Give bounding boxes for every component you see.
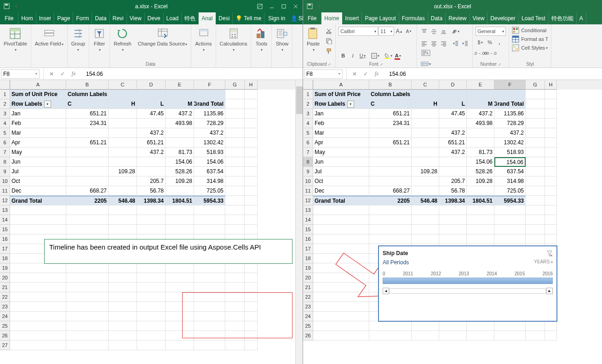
align-right-icon[interactable] [439,39,448,48]
data-cell[interactable]: 668.27 [369,186,412,196]
pivot-sum-label[interactable]: Sum of Unit Price [10,90,66,99]
row-header-3[interactable]: 3 [303,109,313,119]
cell[interactable] [194,215,225,225]
column-header-F[interactable]: F [194,80,225,90]
grand-total-label[interactable]: Grand Total [313,196,369,205]
cell[interactable] [245,263,258,273]
cell[interactable] [313,234,369,244]
accept-formula-icon[interactable]: ✓ [58,71,67,77]
column-header-B[interactable]: B [369,80,412,90]
data-cell[interactable] [66,167,109,176]
cell[interactable] [245,283,258,292]
cell[interactable] [225,215,245,225]
data-cell[interactable] [439,157,467,167]
cell[interactable] [245,176,258,186]
data-cell[interactable] [467,128,494,138]
data-cell[interactable]: 47.45 [439,109,467,119]
select-all-corner[interactable] [0,80,10,90]
data-cell[interactable]: 154.06 [194,157,225,167]
font-size-combo[interactable]: 11▾ [378,27,394,36]
cell[interactable] [245,90,258,99]
cell[interactable] [467,205,494,215]
tab-review[interactable]: Review [446,12,470,24]
tab-developer[interactable]: Developer [487,12,519,24]
cell[interactable] [245,225,258,234]
tab-a[interactable]: A [577,12,586,24]
calculations-button[interactable]: Calculations [218,26,249,53]
cell[interactable] [109,321,137,331]
row-header-24[interactable]: 24 [303,312,313,321]
cell[interactable] [545,148,557,157]
qat-customize-icon[interactable] [12,3,19,10]
grand-total-val[interactable]: 1804.51 [166,196,194,205]
row-header-21[interactable]: 21 [0,283,10,292]
row-header-9[interactable]: 9 [303,167,313,176]
data-cell[interactable] [166,186,194,196]
signin-button[interactable]: Sign in [265,12,288,24]
cell[interactable] [494,331,526,341]
cell[interactable] [66,283,109,292]
row-may[interactable]: May [313,148,369,157]
cell[interactable] [412,90,439,99]
cell[interactable] [66,225,109,234]
data-cell[interactable]: 314.98 [194,176,225,186]
cell[interactable] [494,90,526,99]
data-cell[interactable]: 234.31 [66,119,109,128]
cell[interactable] [439,205,467,215]
grand-total-val[interactable]: 1398.34 [439,196,467,205]
row-header-18[interactable]: 18 [303,254,313,263]
maximize-icon[interactable] [280,2,288,11]
row-header-3[interactable]: 3 [0,109,10,119]
row-jul[interactable]: Jul [10,167,66,176]
tools-button[interactable]: Tools [253,26,269,53]
data-cell[interactable]: 725.05 [194,186,225,196]
percent-format-icon[interactable]: % [485,38,494,47]
cell[interactable] [467,331,494,341]
cell[interactable] [245,119,258,128]
col-c[interactable]: C [66,99,109,109]
selected-cell-F8[interactable]: 154.06 [494,157,526,167]
cell[interactable] [369,215,412,225]
row-header-8[interactable]: 8 [0,157,10,167]
fx-icon[interactable]: fx [69,70,78,77]
cell[interactable] [494,215,526,225]
cell[interactable] [467,225,494,234]
data-cell[interactable]: 1135.86 [494,109,526,119]
row-header-11[interactable]: 11 [303,186,313,196]
data-cell[interactable]: 1302.42 [494,138,526,148]
tab-form[interactable]: Form [73,12,92,24]
cell[interactable] [439,234,467,244]
cell[interactable] [313,312,369,321]
row-header-2[interactable]: 2 [0,99,10,109]
fx-icon[interactable]: fx [373,70,381,77]
comma-format-icon[interactable]: , [495,38,504,47]
row-header-20[interactable]: 20 [303,273,313,283]
row-header-21[interactable]: 21 [303,283,313,292]
decrease-indent-icon[interactable] [451,39,460,48]
cell[interactable] [245,109,258,119]
tab-特色[interactable]: 特色 [182,12,199,24]
paste-button[interactable]: Paste [305,26,321,53]
col-m[interactable]: M [467,99,494,109]
cell[interactable] [109,302,137,312]
increase-indent-icon[interactable] [460,39,470,48]
data-cell[interactable] [369,157,412,167]
cell[interactable] [66,273,109,283]
data-cell[interactable] [109,128,137,138]
tab-desi[interactable]: Desi [216,12,233,24]
format-painter-icon[interactable] [324,46,333,56]
data-cell[interactable]: 493.98 [467,119,494,128]
col-h[interactable]: H [412,99,439,109]
cell[interactable] [313,263,369,273]
row-header-5[interactable]: 5 [0,128,10,138]
cell[interactable] [109,215,137,225]
cell[interactable] [467,215,494,225]
cell[interactable] [526,148,545,157]
cell[interactable] [10,341,66,350]
row-header-26[interactable]: 26 [303,331,313,341]
tab-data[interactable]: Data [92,12,109,24]
cell[interactable] [109,312,137,321]
data-cell[interactable]: 437.2 [166,109,194,119]
cell[interactable] [137,263,166,273]
data-cell[interactable] [137,157,166,167]
